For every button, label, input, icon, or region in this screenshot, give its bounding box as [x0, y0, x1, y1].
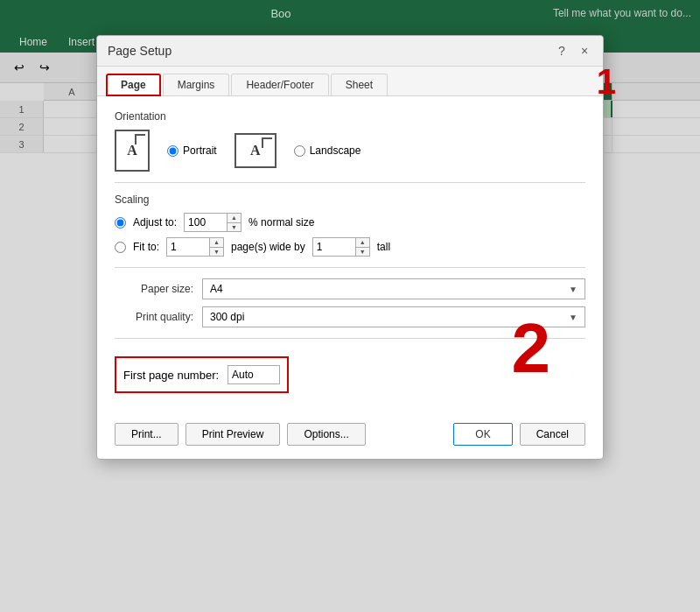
- orientation-label: Orientation: [115, 110, 585, 123]
- adjust-to-row: Adjust to: ▲ ▼ % normal size: [115, 213, 585, 232]
- adjust-to-label: Adjust to:: [133, 216, 177, 229]
- help-button[interactable]: ?: [554, 43, 570, 59]
- fit-pages-input[interactable]: [166, 237, 210, 257]
- scaling-label: Scaling: [115, 193, 585, 206]
- fit-to-radio[interactable]: [115, 242, 126, 253]
- print-button[interactable]: Print...: [115, 423, 178, 446]
- fit-tall-spin-btns: ▲ ▼: [356, 237, 370, 257]
- ok-cancel-buttons: OK Cancel: [453, 423, 585, 446]
- divider-2: [115, 267, 585, 268]
- scaling-section: Scaling Adjust to: ▲ ▼ % normal size: [115, 193, 585, 257]
- divider-3: [115, 338, 585, 339]
- tab-sheet[interactable]: Sheet: [331, 74, 388, 95]
- fit-pages-unit: page(s) wide by: [231, 241, 305, 253]
- adjust-spinner: ▲ ▼: [228, 213, 242, 232]
- landscape-label: Landscape: [310, 144, 361, 157]
- dialog-titlebar: Page Setup ? ×: [97, 36, 603, 67]
- tab-page[interactable]: Page: [106, 74, 161, 96]
- fit-to-row: Fit to: ▲ ▼ page(s) wide by: [115, 237, 585, 257]
- dialog-controls: ? ×: [554, 43, 592, 59]
- close-button[interactable]: ×: [577, 43, 592, 59]
- adjust-up-button[interactable]: ▲: [228, 214, 241, 223]
- fit-tall-down-button[interactable]: ▼: [356, 248, 369, 257]
- dialog-overlay: Page Setup ? × Page Margins Header/Foote…: [0, 0, 700, 612]
- cancel-button[interactable]: Cancel: [520, 423, 585, 446]
- landscape-radio-group: Landscape: [294, 144, 361, 157]
- paper-size-dropdown[interactable]: A4 ▼: [202, 278, 585, 299]
- orientation-section: Orientation A Portrait A: [115, 110, 585, 172]
- fit-tall-spinner: ▲ ▼: [312, 237, 370, 257]
- fit-pages-spin-btns: ▲ ▼: [210, 237, 224, 257]
- paper-size-row: Paper size: A4 ▼: [115, 278, 585, 299]
- paper-size-arrow-icon: ▼: [569, 285, 578, 294]
- paper-size-label: Paper size:: [115, 283, 193, 295]
- dialog-content: Orientation A Portrait A: [97, 96, 603, 414]
- tab-margins[interactable]: Margins: [163, 74, 230, 95]
- portrait-radio[interactable]: [167, 145, 178, 157]
- adjust-value-spinner: ▲ ▼: [184, 213, 242, 232]
- ok-button[interactable]: OK: [453, 423, 512, 446]
- action-buttons: Print... Print Preview Options...: [115, 423, 366, 446]
- annotation-1: 1: [597, 62, 616, 102]
- portrait-icon: A: [115, 130, 150, 172]
- fit-tall-input[interactable]: [312, 237, 356, 257]
- page-setup-dialog: Page Setup ? × Page Margins Header/Foote…: [96, 35, 604, 460]
- fit-pages-spinner: ▲ ▼: [166, 237, 224, 257]
- print-quality-value: 300 dpi: [210, 311, 244, 323]
- divider-1: [115, 182, 585, 183]
- landscape-radio[interactable]: [294, 145, 305, 157]
- dialog-buttons: Print... Print Preview Options... OK Can…: [97, 414, 603, 459]
- adjust-unit: % normal size: [248, 216, 314, 229]
- fit-tall-unit: tall: [377, 241, 390, 253]
- options-button[interactable]: Options...: [287, 423, 365, 446]
- fit-pages-up-button[interactable]: ▲: [210, 238, 223, 248]
- first-page-label: First page number:: [123, 369, 219, 382]
- adjust-down-button[interactable]: ▼: [228, 223, 241, 232]
- fit-tall-up-button[interactable]: ▲: [356, 238, 369, 248]
- fit-pages-down-button[interactable]: ▼: [210, 248, 223, 257]
- fit-to-label: Fit to:: [133, 241, 159, 253]
- dialog-tabs: Page Margins Header/Footer Sheet 1: [97, 67, 603, 96]
- first-page-section: First page number:: [115, 356, 289, 393]
- paper-size-value: A4: [210, 283, 223, 295]
- portrait-radio-group: Portrait: [167, 144, 217, 157]
- print-quality-arrow-icon: ▼: [569, 313, 578, 322]
- tab-header-footer[interactable]: Header/Footer: [231, 74, 328, 95]
- print-preview-button[interactable]: Print Preview: [186, 423, 281, 446]
- portrait-label: Portrait: [183, 144, 217, 157]
- excel-background: Boo Tell me what you want to do... Home …: [0, 0, 700, 612]
- print-quality-label: Print quality:: [115, 311, 193, 323]
- orientation-options: A Portrait A Landscape: [115, 130, 585, 172]
- print-quality-row: Print quality: 300 dpi ▼: [115, 306, 585, 327]
- first-page-wrapper: First page number:: [115, 349, 289, 400]
- adjust-to-radio[interactable]: [115, 217, 126, 229]
- first-page-input[interactable]: [228, 365, 280, 384]
- landscape-icon: A: [234, 133, 276, 168]
- dialog-title: Page Setup: [108, 44, 172, 58]
- print-quality-dropdown[interactable]: 300 dpi ▼: [202, 306, 585, 327]
- adjust-value-input[interactable]: [184, 213, 228, 232]
